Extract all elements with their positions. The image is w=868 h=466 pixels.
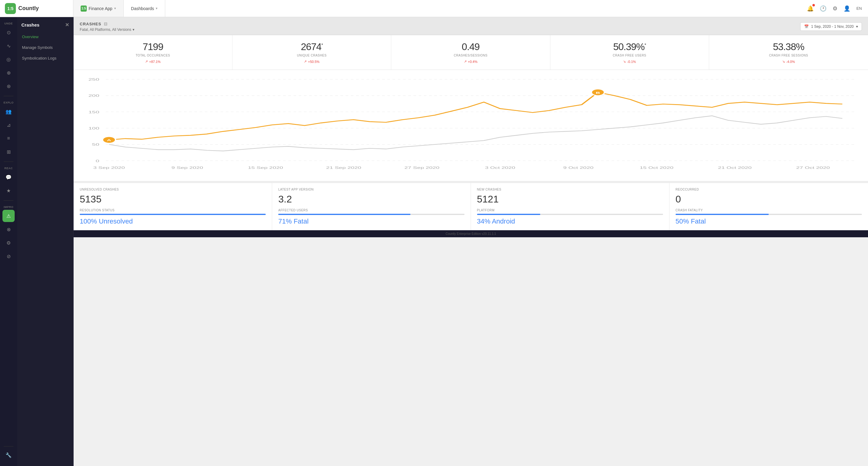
svg-text:100: 100 xyxy=(88,126,99,130)
filter-icon[interactable]: ⊟ xyxy=(104,21,107,26)
sidebar-item-filter[interactable]: ⊿ xyxy=(2,119,15,131)
notification-badge xyxy=(812,4,815,6)
sidebar-item-2[interactable]: ◎ xyxy=(2,53,15,65)
calendar-icon: 📅 xyxy=(804,25,809,29)
resolution-percent: 100% Unresolved xyxy=(80,217,266,225)
svg-text:50: 50 xyxy=(92,143,99,147)
sidebar-item-1[interactable]: ∿ xyxy=(2,40,15,52)
crashes-title: CRASHES xyxy=(80,22,101,26)
nav-tab-dashboards-label: Dashboards xyxy=(131,6,154,11)
sidebar-section-unde: UNDE xyxy=(3,22,14,25)
sidebar-item-alert[interactable]: ⚠ xyxy=(2,210,15,222)
sidebar-item-4[interactable]: ⊛ xyxy=(2,80,15,92)
up-arrow-icon-2: ↗ xyxy=(304,60,307,64)
sidebar-section-reac: REAC xyxy=(3,167,14,170)
bottom-stats: UNRESOLVED CRASHES 5135 RESOLUTION STATU… xyxy=(73,183,868,230)
chart-area: 250 200 150 100 50 0 250 200 150 100 50 … xyxy=(73,70,868,181)
crashes-filter-sub[interactable]: Fatal, All Platforms, All Versions ▾ xyxy=(80,28,134,32)
stat-cfu-value: 50.39%* xyxy=(555,41,704,53)
stat-total-value: 7199 xyxy=(79,41,227,53)
bottom-stat-platform-label: PLATFORM xyxy=(477,209,663,212)
sidebar-item-star[interactable]: ★ xyxy=(2,184,15,197)
svg-text:250: 250 xyxy=(88,77,99,81)
date-range-label: 1 Sep, 2020 - 1 Nov, 2020 xyxy=(811,25,854,29)
bottom-stat-latest-version: LATEST APP VERSION 3.2 AFFECTED USERS 71… xyxy=(272,183,471,230)
bottom-stat-new-crashes: NEW CRASHES 5121 PLATFORM 34% Android xyxy=(471,183,670,230)
stat-cfu-label: CRASH FREE USERS xyxy=(555,54,704,57)
version-footer: Countly Enterprise Edition v20.11.1.1 xyxy=(73,230,868,237)
down-arrow-icon: ↘ xyxy=(623,60,626,64)
sidebar-item-branch[interactable]: ⊗ xyxy=(2,223,15,236)
platform-percent: 34% Android xyxy=(477,217,663,225)
resolution-bar-fill xyxy=(80,214,266,215)
sidebar-section-impro: IMPRO xyxy=(2,206,15,209)
svg-text:9 Sep 2020: 9 Sep 2020 xyxy=(171,166,203,169)
language-badge[interactable]: EN xyxy=(857,6,862,11)
stat-crash-free-sessions: 53.38% CRASH FREE SESSIONS ↘ -4.0% xyxy=(709,35,868,70)
svg-text:150: 150 xyxy=(88,110,99,114)
sidebar-item-gear[interactable]: ⚙ xyxy=(2,237,15,249)
left-panel-item-symbolication-logs[interactable]: Symbolication Logs xyxy=(17,53,73,64)
stat-cs-change: ↗ +0.4% xyxy=(396,60,545,64)
clock-icon[interactable]: 🕐 xyxy=(820,5,827,12)
sidebar-item-flask[interactable]: ⊘ xyxy=(2,250,15,262)
sidebar-item-3[interactable]: ⊕ xyxy=(2,67,15,79)
sidebar-item-grid[interactable]: ⊞ xyxy=(2,146,15,158)
bottom-stat-platform-bar xyxy=(477,214,663,215)
crash-chart: 250 200 150 100 50 0 250 200 150 100 50 … xyxy=(80,76,862,174)
stat-cs-label: CRASHES/SESSIONS xyxy=(396,54,545,57)
sidebar-divider-4 xyxy=(4,446,13,446)
sidebar-divider-2 xyxy=(4,161,13,162)
user-icon[interactable]: 👤 xyxy=(843,5,850,12)
left-panel-item-overview[interactable]: Overview xyxy=(17,31,73,42)
stats-row: 7199 TOTAL OCCURENCES ↗ +87.1% 2674* UNI… xyxy=(73,35,868,70)
top-nav: 1:5 Countly 1:5 Finance App ▾ Dashboards… xyxy=(0,0,868,17)
bottom-stat-fatality-bar xyxy=(676,214,862,215)
sidebar-item-wrench[interactable]: 🔧 xyxy=(2,449,15,461)
main-layout: UNDE ⊙ ∿ ◎ ⊕ ⊛ EXPLO 👥 ⊿ ≡ ⊞ REAC 💬 ★ IM… xyxy=(0,17,868,466)
up-arrow-icon: ↗ xyxy=(145,60,148,64)
date-chevron-icon: ▾ xyxy=(856,25,858,29)
notifications-icon[interactable]: 🔔 xyxy=(807,5,814,12)
version-text: Countly Enterprise Edition v20.11.1.1 xyxy=(445,232,496,236)
bottom-stat-version-label: LATEST APP VERSION xyxy=(278,188,464,191)
affected-percent: 71% Fatal xyxy=(278,217,464,225)
nav-tab-finance-app[interactable]: 1:5 Finance App ▾ xyxy=(73,0,124,17)
svg-text:27 Oct 2020: 27 Oct 2020 xyxy=(796,166,830,169)
svg-text:3 Sep 2020: 3 Sep 2020 xyxy=(93,166,125,169)
svg-text:9 Oct 2020: 9 Oct 2020 xyxy=(563,166,593,169)
affected-bar-fill xyxy=(278,214,410,215)
stat-crash-free-users: 50.39%* CRASH FREE USERS ↘ -0.1% xyxy=(550,35,709,70)
svg-text:15 Sep 2020: 15 Sep 2020 xyxy=(248,166,283,169)
stat-total-occurrences: 7199 TOTAL OCCURENCES ↗ +87.1% xyxy=(73,35,232,70)
sidebar-item-users[interactable]: 👥 xyxy=(2,105,15,118)
fatality-bar-fill xyxy=(676,214,769,215)
bottom-stat-resolution-label: RESOLUTION STATUS xyxy=(80,209,266,212)
sidebar-item-list[interactable]: ≡ xyxy=(2,132,15,145)
fatality-percent: 50% Fatal xyxy=(676,217,862,225)
crashes-header: CRASHES ⊟ Fatal, All Platforms, All Vers… xyxy=(73,17,868,35)
stat-cfs-label: CRASH FREE SESSIONS xyxy=(714,54,863,57)
svg-text:200: 200 xyxy=(88,94,99,98)
left-panel: Crashes ✕ Overview Manage Symbols Symbol… xyxy=(17,17,73,466)
content-area: CRASHES ⊟ Fatal, All Platforms, All Vers… xyxy=(73,17,868,466)
logo-text: Countly xyxy=(18,5,39,11)
nav-tab-finance-app-label: Finance App xyxy=(89,6,113,11)
sidebar-bottom: 🔧 xyxy=(0,444,17,466)
nav-tabs: 1:5 Finance App ▾ Dashboards ▾ xyxy=(73,0,165,17)
settings-icon[interactable]: ⚙ xyxy=(833,5,837,12)
sidebar-item-chat[interactable]: 💬 xyxy=(2,171,15,183)
logo-icon: 1:5 xyxy=(5,3,16,14)
bottom-stat-fatality-label: CRASH FATALITY xyxy=(676,209,862,212)
left-panel-item-manage-symbols[interactable]: Manage Symbols xyxy=(17,42,73,53)
sidebar-item-0[interactable]: ⊙ xyxy=(2,26,15,38)
bottom-stat-reoccurred-label: REOCCURRED xyxy=(676,188,862,191)
stat-total-change: ↗ +87.1% xyxy=(79,60,227,64)
logo-area: 1:5 Countly xyxy=(0,0,73,17)
left-panel-close-button[interactable]: ✕ xyxy=(65,22,69,28)
sidebar-section-explo: EXPLO xyxy=(2,101,15,104)
svg-text:21 Sep 2020: 21 Sep 2020 xyxy=(326,166,361,169)
logo-abbr: 1:5 xyxy=(7,6,13,11)
date-selector[interactable]: 📅 1 Sep, 2020 - 1 Nov, 2020 ▾ xyxy=(800,22,862,31)
nav-tab-dashboards[interactable]: Dashboards ▾ xyxy=(124,0,165,17)
